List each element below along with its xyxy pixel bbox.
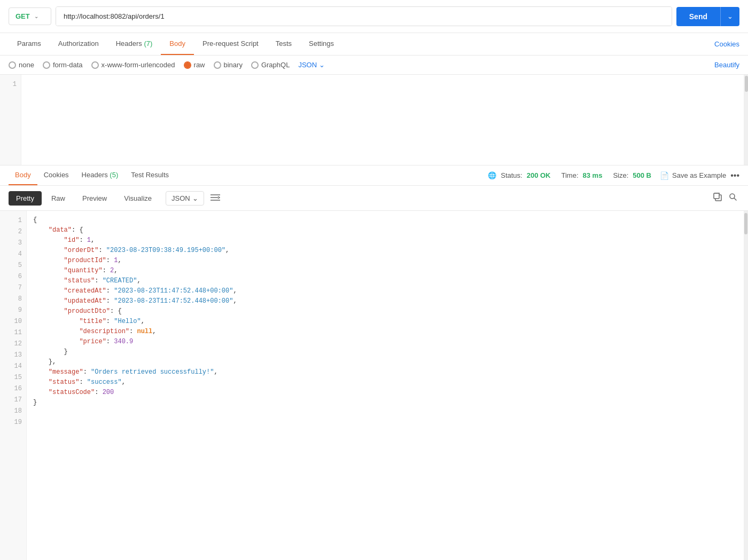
globe-icon: 🌐 [488,171,496,179]
resp-tab-cookies[interactable]: Cookies [37,165,75,185]
response-tabs-bar: Body Cookies Headers (5) Test Results 🌐 … [0,165,748,186]
response-format-bar: Pretty Raw Preview Visualize JSON ⌄ [0,186,748,211]
code-line-14: } [33,347,737,357]
resp-tab-test-results[interactable]: Test Results [124,165,175,185]
request-tabs: Params Authorization Headers (7) Body Pr… [0,33,748,56]
tab-prerequest[interactable]: Pre-request Script [194,33,267,55]
search-button[interactable] [727,191,739,206]
option-urlencoded-label: x-www-form-urlencoded [102,61,175,69]
code-line-4: "orderDt": "2023-08-23T09:38:49.195+00:0… [33,246,737,256]
chevron-down-icon: ⌄ [727,12,733,20]
line-num-16: 16 [0,383,26,395]
option-binary[interactable]: binary [214,61,243,69]
option-form-data-label: form-data [53,61,83,69]
code-line-19: } [33,398,737,408]
tab-settings[interactable]: Settings [300,33,342,55]
option-graphql[interactable]: GraphQL [251,61,290,69]
chevron-down-icon: ⌄ [319,61,325,69]
tab-tests[interactable]: Tests [267,33,300,55]
request-scrollbar[interactable] [744,75,748,165]
send-btn-group: Send ⌄ [676,7,739,26]
response-code-content: { "data": { "id": 1, "orderDt": "2023-08… [27,211,744,560]
format-tab-visualize[interactable]: Visualize [116,191,159,206]
code-line-1: { [33,215,737,225]
line-num-3: 3 [0,238,26,249]
response-scrollbar-thumb[interactable] [744,213,747,234]
request-body-editor: 1 [0,75,748,165]
tab-body[interactable]: Body [161,33,194,55]
line-num-19: 19 [0,417,26,428]
save-icon: 📄 [660,171,669,180]
code-line-17: "status": "success", [33,377,737,388]
copy-button[interactable] [711,190,724,206]
option-none[interactable]: none [9,61,34,69]
code-line-13: "price": 340.9 [33,337,737,347]
radio-none[interactable] [9,61,16,69]
wrap-icon[interactable] [211,194,220,203]
method-select[interactable]: GET ⌄ [9,7,51,25]
time-label: Time: [562,171,579,179]
resp-json-select[interactable]: JSON ⌄ [166,191,204,206]
svg-rect-4 [714,193,719,199]
main-container: GET ⌄ Send ⌄ Params Authorization Header… [0,0,748,560]
resp-tab-body[interactable]: Body [9,165,37,185]
code-line-11: "title": "Hello", [33,317,737,327]
response-line-numbers: 1 2 3 4 5 6 7 8 9 10 11 12 13 14 15 16 1… [0,211,27,560]
size-label: Size: [613,171,628,179]
cookies-link[interactable]: Cookies [714,34,739,54]
line-num-1: 1 [0,215,26,226]
request-code-content[interactable] [21,75,744,165]
code-line-9: "updatedAt": "2023-08-23T11:47:52.448+00… [33,296,737,306]
resp-json-label: JSON [172,194,190,202]
option-raw-label: raw [194,61,205,69]
save-as-example[interactable]: 📄 Save as Example [660,171,726,180]
option-raw[interactable]: raw [184,61,205,69]
tab-authorization[interactable]: Authorization [50,33,107,55]
url-input[interactable] [56,7,672,26]
line-num-15: 15 [0,372,26,383]
resp-tab-headers[interactable]: Headers (5) [75,165,125,185]
line-num-10: 10 [0,316,26,327]
send-dropdown-button[interactable]: ⌄ [720,7,739,26]
format-tab-pretty[interactable]: Pretty [9,191,42,206]
code-line-5: "productId": 1, [33,256,737,266]
line-num-6: 6 [0,271,26,282]
request-line-numbers: 1 [0,75,21,165]
radio-urlencoded[interactable] [91,61,99,69]
line-num-8: 8 [0,294,26,305]
line-num-5: 5 [0,260,26,271]
option-form-data[interactable]: form-data [43,61,83,69]
line-num-7: 7 [0,282,26,294]
chevron-down-icon: ⌄ [192,194,198,202]
line-number: 1 [0,79,21,90]
json-format-label: JSON [298,61,317,69]
format-tab-raw[interactable]: Raw [44,191,73,206]
beautify-button[interactable]: Beautify [714,61,739,69]
more-options-button[interactable]: ••• [730,171,739,180]
headers-badge: (5) [110,171,118,179]
url-input-wrapper [56,6,672,26]
code-line-10: "productDto": { [33,306,737,317]
option-graphql-label: GraphQL [261,61,290,69]
save-example-label: Save as Example [672,171,726,179]
code-line-18: "statusCode": 200 [33,388,737,398]
line-num-11: 11 [0,327,26,338]
response-scrollbar[interactable] [744,211,748,560]
code-line-3: "id": 1, [33,235,737,246]
format-tab-preview[interactable]: Preview [75,191,114,206]
request-scrollbar-thumb[interactable] [745,76,748,92]
tab-params[interactable]: Params [9,33,50,55]
json-format-select[interactable]: JSON ⌄ [298,61,325,69]
send-button[interactable]: Send [676,7,720,26]
radio-binary[interactable] [214,61,221,69]
radio-raw[interactable] [184,61,191,69]
response-code-area: 1 2 3 4 5 6 7 8 9 10 11 12 13 14 15 16 1… [0,211,748,560]
radio-graphql[interactable] [251,61,259,69]
chevron-down-icon: ⌄ [34,13,38,19]
url-bar: GET ⌄ Send ⌄ [0,0,748,33]
option-urlencoded[interactable]: x-www-form-urlencoded [91,61,175,69]
code-line-6: "quantity": 2, [33,266,737,276]
radio-form-data[interactable] [43,61,50,69]
code-line-8: "createdAt": "2023-08-23T11:47:52.448+00… [33,286,737,296]
tab-headers[interactable]: Headers (7) [107,33,161,55]
